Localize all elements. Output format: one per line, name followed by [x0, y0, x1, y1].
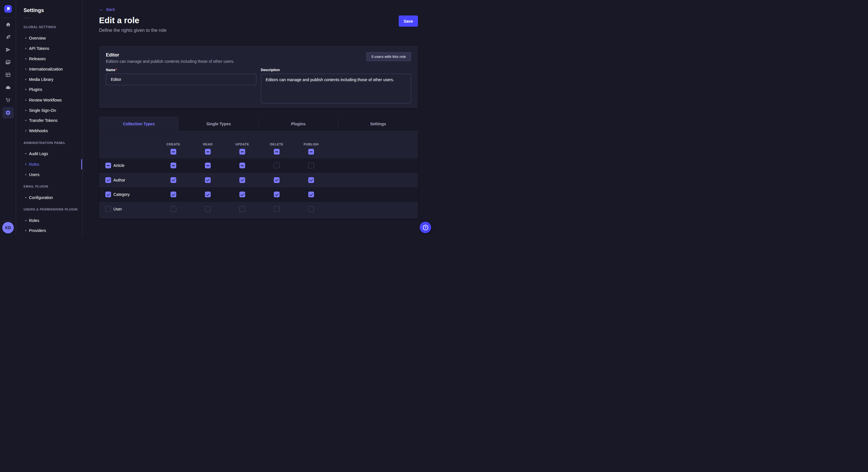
sidebar-title-divider — [24, 18, 31, 18]
category-read-checkbox[interactable] — [205, 192, 211, 197]
rail-divider — [3, 18, 13, 18]
column-read-checkbox[interactable] — [205, 149, 211, 155]
user-publish-checkbox[interactable] — [308, 206, 314, 212]
bullet-icon — [25, 48, 26, 49]
article-publish-checkbox[interactable] — [308, 163, 314, 168]
strapi-logo-icon — [6, 7, 10, 11]
role-description-text: Editors can manage and publish contents … — [106, 59, 235, 64]
author-create-checkbox[interactable] — [170, 177, 176, 183]
tab-collection-types[interactable]: Collection Types — [99, 116, 179, 131]
sidebar-item-audit-logs[interactable]: Audit Logs — [24, 151, 48, 157]
bullet-icon — [25, 174, 26, 175]
bullet-icon — [25, 220, 26, 221]
article-delete-checkbox[interactable] — [274, 163, 280, 168]
column-publish: PUBLISH — [294, 142, 329, 155]
author-update-checkbox[interactable] — [239, 177, 245, 183]
author-read-checkbox[interactable] — [205, 177, 211, 183]
description-field-group: Description Editors can manage and publi… — [261, 68, 411, 104]
user-delete-checkbox[interactable] — [274, 206, 280, 212]
sidebar-item-users[interactable]: Users — [24, 172, 40, 177]
sidebar-item-plugins[interactable]: Plugins — [24, 87, 42, 92]
tab-plugins[interactable]: Plugins — [259, 116, 338, 131]
column-update-checkbox[interactable] — [239, 149, 245, 155]
back-link[interactable]: ← Back — [99, 7, 115, 12]
user-avatar[interactable]: KD — [2, 222, 14, 233]
row-category-checkbox[interactable] — [105, 192, 111, 197]
row-article-checkbox[interactable] — [105, 163, 111, 168]
sidebar-item-configuration[interactable]: Configuration — [24, 195, 53, 200]
user-update-checkbox[interactable] — [239, 206, 245, 212]
permissions-tabs: Collection Types Single Types Plugins Se… — [99, 116, 418, 131]
row-user-checkbox[interactable] — [105, 206, 111, 212]
article-create-checkbox[interactable] — [170, 163, 176, 168]
category-create-checkbox[interactable] — [170, 192, 176, 197]
help-button[interactable]: ? — [420, 222, 431, 233]
bullet-icon — [25, 79, 26, 80]
sidebar-item-overview[interactable]: Overview — [24, 35, 45, 41]
sidebar-item-internationalization[interactable]: Internationalization — [24, 66, 63, 72]
question-mark-icon: ? — [423, 225, 428, 230]
role-details-card: Editor Editors can manage and publish co… — [99, 46, 418, 108]
sidebar-item-roles-admin[interactable]: Roles — [24, 162, 39, 167]
sidebar-item-releases[interactable]: Releases — [24, 56, 45, 62]
sidebar-title: Settings — [24, 7, 44, 13]
column-create-checkbox[interactable] — [170, 149, 176, 155]
page-title: Edit a role — [99, 16, 139, 25]
bullet-icon — [25, 89, 26, 90]
column-update: UPDATE — [225, 142, 259, 155]
save-button[interactable]: Save — [399, 15, 418, 27]
sidebar-item-roles-up[interactable]: Roles — [24, 217, 39, 224]
settings-nav-button[interactable] — [2, 107, 14, 119]
row-author-checkbox[interactable] — [105, 177, 111, 183]
column-publish-checkbox[interactable] — [308, 149, 314, 155]
user-read-checkbox[interactable] — [205, 206, 211, 212]
name-input[interactable] — [106, 74, 256, 85]
users-with-role-badge[interactable]: 0 users with this role — [366, 52, 411, 61]
cloud-icon — [5, 85, 11, 90]
bullet-icon — [25, 38, 26, 39]
settings-gear-icon — [5, 110, 11, 115]
bullet-icon — [25, 197, 26, 198]
sidebar-item-transfer-tokens[interactable]: Transfer Tokens — [24, 117, 58, 123]
article-read-checkbox[interactable] — [205, 163, 211, 168]
description-textarea[interactable]: Editors can manage and publish contents … — [261, 74, 411, 103]
home-nav-button[interactable] — [2, 19, 14, 30]
back-arrow-icon: ← — [99, 7, 104, 11]
category-update-checkbox[interactable] — [239, 192, 245, 197]
category-delete-checkbox[interactable] — [274, 192, 280, 197]
sidebar-item-webhooks[interactable]: Webhooks — [24, 128, 48, 134]
user-create-checkbox[interactable] — [170, 206, 176, 212]
content-type-builder-nav-button[interactable] — [2, 69, 14, 80]
shopping-cart-icon — [5, 97, 11, 103]
article-update-checkbox[interactable] — [239, 163, 245, 168]
column-delete-checkbox[interactable] — [274, 149, 280, 155]
strapi-logo[interactable] — [4, 5, 12, 12]
permission-row-author: Author — [99, 173, 418, 188]
author-delete-checkbox[interactable] — [274, 177, 280, 183]
avatar-initials: KD — [5, 225, 11, 230]
releases-nav-button[interactable] — [2, 44, 14, 55]
deploy-cloud-nav-button[interactable] — [2, 82, 14, 93]
permission-row-user: User — [99, 202, 418, 216]
sidebar-item-providers[interactable]: Providers — [24, 228, 46, 233]
role-name-heading: Editor — [106, 52, 235, 58]
permissions-panel: CREATE READ UPDATE DELETE PUBLISH — [99, 131, 418, 218]
sidebar-item-media-library[interactable]: Media Library — [24, 76, 53, 82]
tab-single-types[interactable]: Single Types — [179, 116, 259, 131]
section-heading-global-settings: GLOBAL SETTINGS — [24, 25, 56, 29]
sidebar-item-single-sign-on[interactable]: Single Sign-On — [24, 107, 56, 113]
content-manager-nav-button[interactable] — [2, 31, 14, 43]
bullet-icon — [25, 110, 26, 111]
tab-settings[interactable]: Settings — [338, 116, 418, 131]
bullet-icon — [25, 58, 26, 59]
name-field-label: Name* — [106, 68, 256, 72]
media-library-nav-button[interactable] — [2, 57, 14, 68]
sidebar-item-review-workflows[interactable]: Review Workflows — [24, 97, 62, 103]
main-content: ← Back Edit a role Define the rights giv… — [83, 0, 434, 236]
column-create: CREATE — [156, 142, 191, 155]
category-publish-checkbox[interactable] — [308, 192, 314, 197]
paper-plane-icon — [5, 47, 11, 53]
marketplace-nav-button[interactable] — [2, 94, 14, 106]
sidebar-item-api-tokens[interactable]: API Tokens — [24, 45, 50, 51]
author-publish-checkbox[interactable] — [308, 177, 314, 183]
